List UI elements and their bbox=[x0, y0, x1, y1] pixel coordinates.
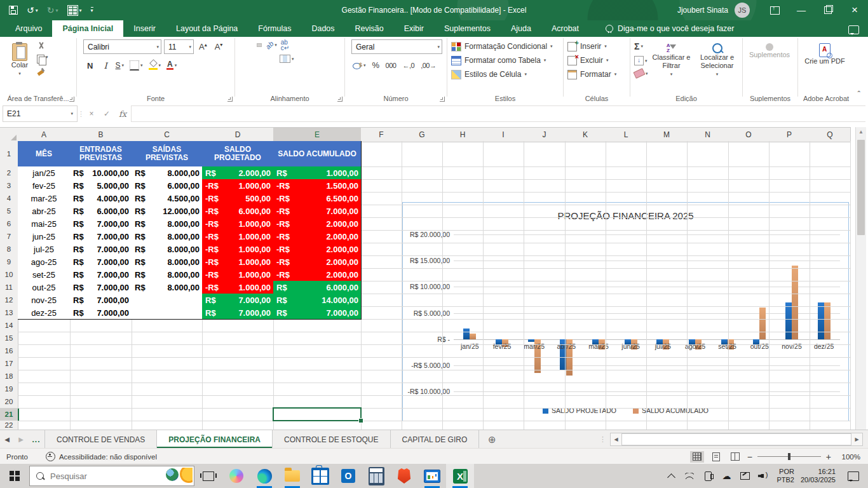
accessibility-status[interactable]: Acessibilidade: não disponível bbox=[46, 452, 157, 461]
zoom-slider[interactable] bbox=[757, 456, 821, 457]
column-header-g[interactable]: G bbox=[402, 127, 443, 142]
orientation-icon[interactable]: ab▾ bbox=[266, 41, 277, 49]
comma-style-icon[interactable]: 000 bbox=[386, 62, 397, 69]
column-header-o[interactable]: O bbox=[728, 127, 770, 142]
select-all-corner[interactable] bbox=[0, 127, 18, 142]
ribbon-tab-pagina-inicial[interactable]: Página Inicial bbox=[52, 20, 123, 37]
wrap-text-icon[interactable]: abc↵ bbox=[281, 39, 289, 51]
cell-saidas[interactable] bbox=[132, 306, 203, 320]
fill-color-icon[interactable]: ▾ bbox=[149, 62, 161, 70]
formula-input[interactable] bbox=[131, 105, 865, 122]
minimize-button[interactable]: — bbox=[788, 0, 815, 20]
comment-icon[interactable] bbox=[848, 25, 859, 34]
cell-entradas[interactable]: R$7.000,00 bbox=[70, 217, 132, 231]
row-header-17[interactable]: 17 bbox=[0, 357, 18, 370]
taskbar-search[interactable] bbox=[29, 466, 194, 486]
row-header-4[interactable]: 4 bbox=[0, 192, 18, 205]
row-header-21[interactable]: 21 bbox=[0, 408, 19, 421]
ribbon-tab-formulas[interactable]: Fórmulas bbox=[248, 20, 301, 37]
cell-saldo-acumulado[interactable]: -R$2.000,00 bbox=[273, 230, 362, 243]
align-middle-icon[interactable] bbox=[249, 44, 253, 46]
format-cells-button[interactable]: Formatar▾ bbox=[564, 67, 630, 81]
cell-saldo-projetado[interactable]: R$7.000,00 bbox=[202, 306, 274, 320]
increase-font-icon[interactable]: A▴ bbox=[196, 42, 210, 51]
cell-saldo-acumulado[interactable]: R$1.000,00 bbox=[273, 166, 362, 180]
phone-link-icon[interactable] bbox=[703, 471, 713, 481]
outlook-button[interactable]: O bbox=[334, 464, 362, 488]
media-app-button[interactable] bbox=[418, 464, 446, 488]
sheet-overflow-ellipsis[interactable]: ... bbox=[28, 430, 44, 449]
paste-button[interactable]: Colar▾ bbox=[5, 39, 34, 78]
zoom-level[interactable]: 100% bbox=[836, 453, 860, 461]
cell-saidas[interactable] bbox=[132, 294, 203, 307]
cell-saldo-acumulado[interactable]: -R$2.000,00 bbox=[273, 268, 362, 281]
cell-saldo-acumulado[interactable]: -R$2.000,00 bbox=[273, 255, 362, 269]
cell-saidas[interactable]: R$6.000,00 bbox=[132, 179, 203, 193]
sheet-tab-projecao-financeira[interactable]: PROJEÇÃO FINANCEIRA bbox=[157, 430, 273, 449]
tell-me-box[interactable]: Diga-me o que você deseja fazer bbox=[606, 20, 734, 37]
number-dialog-launcher-icon[interactable] bbox=[440, 97, 445, 102]
cell-saidas[interactable]: R$8.000,00 bbox=[132, 217, 203, 231]
row-header-14[interactable]: 14 bbox=[0, 319, 18, 332]
cell-entradas[interactable]: R$7.000,00 bbox=[70, 281, 132, 294]
start-button[interactable] bbox=[0, 464, 29, 488]
format-painter-icon[interactable] bbox=[37, 67, 45, 76]
zoom-slider-handle[interactable] bbox=[788, 453, 790, 460]
cell-saldo-acumulado[interactable]: R$14.000,00 bbox=[273, 294, 362, 307]
cell-mes-abr-25[interactable]: abr-25 bbox=[18, 205, 71, 218]
cell-saidas[interactable]: R$8.000,00 bbox=[132, 281, 203, 294]
selection-fill-handle[interactable] bbox=[358, 418, 363, 423]
row-header-12[interactable]: 12 bbox=[0, 294, 18, 307]
close-button[interactable]: × bbox=[841, 0, 868, 20]
redo-icon[interactable]: ↻▾ bbox=[47, 5, 58, 15]
save-icon[interactable] bbox=[9, 6, 18, 15]
alignment-dialog-launcher-icon[interactable] bbox=[337, 97, 342, 102]
column-header-a[interactable]: A bbox=[18, 127, 71, 142]
merge-center-icon[interactable]: ▾ bbox=[280, 55, 294, 63]
cell-mes-mar-25[interactable]: mar-25 bbox=[18, 192, 71, 205]
selected-cell-e21[interactable] bbox=[273, 407, 362, 421]
column-header-c[interactable]: C bbox=[132, 127, 203, 142]
borders-icon[interactable]: ▾ bbox=[130, 60, 143, 71]
normal-view-icon[interactable] bbox=[690, 451, 704, 463]
row-header-13[interactable]: 13 bbox=[0, 306, 18, 320]
bold-button[interactable]: N bbox=[85, 61, 95, 71]
cell-mes-jul-25[interactable]: jul-25 bbox=[18, 243, 71, 256]
accounting-format-icon[interactable]: ▾ bbox=[353, 62, 366, 69]
row-header-8[interactable]: 8 bbox=[0, 243, 18, 256]
align-top-icon[interactable] bbox=[241, 44, 245, 46]
chart[interactable]: PROJEÇÃO FINANCEIRA 2025 SALDO PROJETADO… bbox=[402, 202, 849, 421]
worksheet-grid[interactable]: PROJEÇÃO FINANCEIRA 2025 SALDO PROJETADO… bbox=[0, 126, 868, 430]
cell-saldo-acumulado[interactable]: R$6.000,00 bbox=[273, 281, 362, 294]
align-center-icon[interactable] bbox=[249, 58, 253, 60]
customize-quick-access-icon[interactable]: ▾ bbox=[91, 7, 93, 13]
column-header-f[interactable]: F bbox=[361, 127, 402, 142]
cell-saldo-projetado[interactable]: -R$1.000,00 bbox=[202, 217, 274, 231]
cell-saldo-acumulado[interactable]: R$7.000,00 bbox=[273, 306, 362, 320]
insert-cells-button[interactable]: Inserir▾ bbox=[564, 39, 630, 53]
ribbon-tab-exibir[interactable]: Exibir bbox=[394, 20, 434, 37]
cell-saldo-projetado[interactable]: -R$1.000,00 bbox=[202, 255, 274, 269]
cell-mes-jan/25[interactable]: jan/25 bbox=[18, 166, 71, 180]
font-color-icon[interactable]: A▾ bbox=[166, 61, 177, 70]
column-header-l[interactable]: L bbox=[606, 127, 647, 142]
cell-saldo-acumulado[interactable]: -R$6.500,00 bbox=[273, 192, 362, 205]
zoom-out-icon[interactable]: − bbox=[747, 452, 752, 462]
cell-saldo-projetado[interactable]: -R$1.000,00 bbox=[202, 243, 274, 256]
column-header-p[interactable]: P bbox=[769, 127, 810, 142]
cell-mes-jun-25[interactable]: jun-25 bbox=[18, 230, 71, 243]
row-header-10[interactable]: 10 bbox=[0, 268, 18, 281]
weather-icon[interactable] bbox=[165, 468, 193, 483]
row-header-6[interactable]: 6 bbox=[0, 217, 18, 231]
scroll-left-icon[interactable]: ◀ bbox=[611, 433, 621, 445]
cell-saidas[interactable]: R$8.000,00 bbox=[132, 230, 203, 243]
notification-center-icon[interactable] bbox=[848, 471, 859, 481]
font-dialog-launcher-icon[interactable] bbox=[227, 97, 233, 102]
row-header-19[interactable]: 19 bbox=[0, 383, 18, 396]
column-header-i[interactable]: I bbox=[483, 127, 524, 142]
column-header-n[interactable]: N bbox=[687, 127, 729, 142]
sheet-tab-controle-de-estoque[interactable]: CONTROLE DE ESTOQUE bbox=[273, 430, 390, 449]
cell-mes-nov-25[interactable]: nov-25 bbox=[18, 294, 71, 307]
cell-mes-ago-25[interactable]: ago-25 bbox=[18, 255, 71, 269]
cell-saldo-acumulado[interactable]: -R$7.000,00 bbox=[273, 205, 362, 218]
